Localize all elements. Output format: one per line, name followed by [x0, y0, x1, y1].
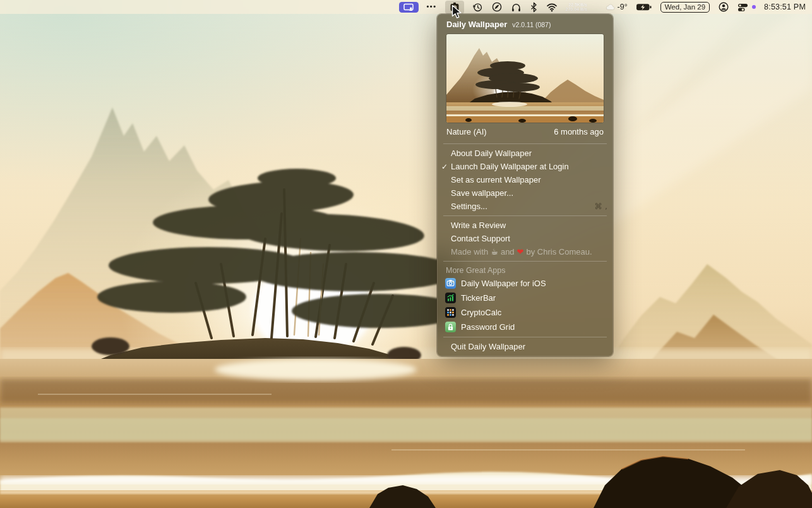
temperature-label: -9° — [618, 3, 628, 11]
desktop-wallpaper — [0, 0, 812, 508]
time-machine-clock-icon — [472, 2, 483, 13]
app-label: TickerBar — [461, 293, 496, 303]
wallpaper-age: 6 months ago — [554, 127, 604, 136]
separator — [443, 337, 607, 337]
menu-item-about[interactable]: About Daily Wallpaper — [437, 147, 613, 160]
menu-item-daily-wallpaper-ios[interactable]: Daily Wallpaper for iOS — [437, 276, 613, 291]
blue-camera-icon — [445, 278, 456, 289]
network-speed-widget[interactable]: 22.5KB/s 270.04 B/s — [566, 0, 597, 14]
menu-item-settings[interactable]: Settings... ⌘ , — [437, 200, 613, 213]
thumbnail-caption-row: Nature (AI) 6 months ago — [437, 123, 613, 141]
date-widget[interactable]: Wed, Jan 29 — [660, 2, 710, 13]
separator — [443, 215, 607, 216]
app-label: Daily Wallpaper for iOS — [461, 278, 546, 289]
user-account-icon — [718, 1, 729, 13]
wallpaper-thumbnail — [446, 34, 604, 123]
panel-header: Daily Wallpaper v2.0.11 (087) — [437, 14, 613, 34]
menu-item-set-current[interactable]: Set as current Wallpaper — [437, 173, 613, 186]
menu-item-contact-support[interactable]: Contact Support — [437, 232, 613, 245]
green-stock-chart-icon — [445, 293, 456, 303]
menu-item-save[interactable]: Save wallpaper... — [437, 186, 613, 200]
bluetooth-icon — [530, 2, 538, 13]
user-account-menubar-item[interactable] — [718, 0, 729, 14]
wifi-menubar-item[interactable] — [546, 0, 558, 14]
menu-item-tickerbar[interactable]: TickerBar — [437, 291, 613, 305]
menu-item-cryptocalc[interactable]: CryptoCalc — [437, 305, 613, 320]
separator — [443, 143, 607, 144]
bluetooth-menubar-item[interactable] — [530, 0, 538, 14]
control-center-icon — [737, 2, 748, 13]
notification-dot — [752, 5, 756, 9]
credit-line: Made with ☕ and ❤ by Chris Comeau. — [437, 245, 613, 258]
menu-item-label: Settings... — [451, 202, 487, 211]
crypto-grid-icon — [445, 307, 456, 318]
app-label: CryptoCalc — [461, 307, 501, 318]
leaf-app-menubar-item[interactable] — [491, 0, 503, 14]
weather-snow-cloud-icon — [606, 3, 616, 11]
coffee-icon: ☕ — [491, 247, 498, 257]
control-center-menubar-item[interactable] — [737, 0, 748, 14]
weather-menubar-item[interactable]: -9° — [606, 0, 628, 14]
menu-item-label: Launch Daily Wallpaper at Login — [451, 162, 569, 171]
overflow-dots[interactable]: ••• — [427, 0, 437, 15]
headphones-menubar-item[interactable] — [511, 0, 522, 14]
more-apps-header: More Great Apps — [437, 264, 613, 276]
menu-item-password-grid[interactable]: Password Grid — [437, 320, 613, 334]
network-speed-up: 22.5KB/s — [566, 3, 587, 8]
menu-item-launch-at-login[interactable]: ✓ Launch Daily Wallpaper at Login — [437, 160, 613, 173]
green-padlock-icon — [445, 322, 456, 332]
menu-bar: ••• — [0, 0, 812, 14]
app-label: Password Grid — [461, 322, 515, 332]
wifi-icon — [546, 3, 558, 12]
menu-item-write-review[interactable]: Write a Review — [437, 219, 613, 232]
settings-shortcut: ⌘ , — [595, 202, 607, 212]
leaf-circle-icon — [491, 1, 503, 13]
time-machine-menubar-item[interactable] — [472, 0, 483, 14]
screen-sharing-indicator[interactable] — [399, 0, 419, 14]
network-speed-down: 270.04 B/s — [566, 7, 587, 12]
battery-charging-icon — [636, 2, 652, 12]
daily-wallpaper-menu: Daily Wallpaper v2.0.11 (087) — [437, 14, 613, 356]
app-version: v2.0.11 (087) — [512, 21, 551, 28]
menu-item-quit[interactable]: Quit Daily Wallpaper — [437, 340, 613, 353]
separator — [443, 261, 607, 262]
wallpaper-category: Nature (AI) — [446, 127, 487, 136]
headphones-icon — [511, 2, 522, 13]
credit-text: and — [501, 247, 515, 257]
screen-sharing-icon — [399, 2, 419, 13]
credit-text: by Chris Comeau. — [527, 247, 592, 257]
checkmark-icon: ✓ — [441, 162, 448, 172]
mouse-cursor — [451, 4, 462, 22]
clock-widget[interactable]: 8:53:51 PM — [764, 0, 806, 14]
heart-icon: ❤ — [517, 247, 524, 257]
battery-menubar-item[interactable] — [636, 0, 652, 14]
credit-text: Made with — [451, 247, 488, 257]
